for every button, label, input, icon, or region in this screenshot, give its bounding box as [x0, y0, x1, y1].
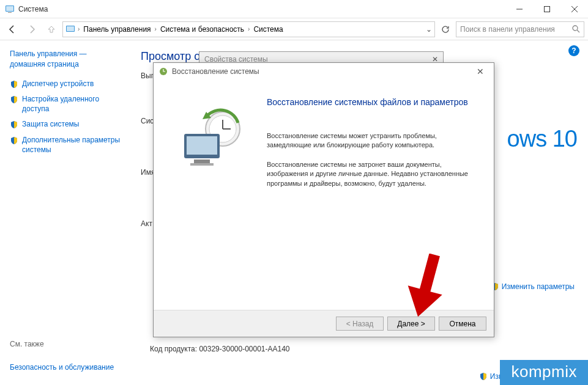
sidebar-link-label: Дополнительные параметры системы: [22, 136, 122, 155]
breadcrumb[interactable]: › Панель управления › Система и безопасн…: [62, 21, 435, 37]
system-restore-wizard: Восстановление системы ✕ Восстановление …: [153, 62, 494, 337]
forward-button[interactable]: [23, 21, 40, 38]
product-key-label: Код продукта:: [150, 345, 197, 353]
sidebar-link-label: Настройка удаленного доступа: [22, 95, 122, 114]
see-also-label: См. также: [10, 340, 44, 348]
back-button[interactable]: [4, 21, 21, 38]
navbar: › Панель управления › Система и безопасн…: [0, 18, 588, 40]
sidebar-link-label: Защита системы: [22, 120, 79, 130]
close-button[interactable]: [560, 0, 588, 18]
chevron-right-icon: ›: [248, 26, 250, 32]
svg-line-10: [577, 30, 579, 32]
control-panel-home-link[interactable]: Панель управления — домашняя страница: [10, 49, 122, 70]
shield-icon: [10, 120, 18, 129]
product-key-value: 00329-30000-00001-AA140: [199, 345, 289, 353]
window-controls: [505, 0, 588, 18]
window-title: Система: [18, 5, 505, 13]
help-icon[interactable]: ?: [568, 45, 579, 56]
security-maintenance-link[interactable]: Безопасность и обслуживание: [10, 362, 114, 373]
back-button: < Назад: [336, 317, 384, 331]
wizard-title-text: Восстановление системы: [172, 67, 259, 76]
svg-rect-2: [8, 12, 12, 13]
sidebar-link-label: Диспетчер устройств: [22, 79, 94, 89]
svg-rect-19: [194, 160, 210, 163]
monitor-icon: [65, 24, 75, 34]
svg-rect-1: [6, 6, 13, 11]
sidebar-link-device-manager[interactable]: Диспетчер устройств: [10, 79, 122, 89]
svg-point-9: [573, 26, 578, 31]
close-button[interactable]: ✕: [472, 67, 489, 76]
chevron-down-icon[interactable]: ⌄: [426, 25, 432, 34]
breadcrumb-item[interactable]: Панель управления: [82, 25, 152, 34]
windows-10-logo: ows 10: [507, 126, 577, 152]
search-input[interactable]: Поиск в панели управления: [456, 21, 584, 37]
search-icon: [572, 25, 580, 33]
svg-rect-8: [67, 26, 74, 31]
shield-icon: [10, 136, 18, 145]
restore-graphic-icon: [177, 105, 244, 172]
shield-icon: [10, 95, 18, 104]
wizard-footer: < Назад Далее > Отмена: [154, 310, 494, 337]
chevron-right-icon: ›: [78, 26, 80, 32]
wizard-paragraph: Восстановление системы может устранить п…: [267, 131, 482, 150]
cancel-button[interactable]: Отмена: [439, 317, 486, 331]
wizard-content: Восстановление системных файлов и параме…: [267, 80, 494, 310]
watermark: kompmix: [500, 360, 588, 385]
sidebar-link-advanced[interactable]: Дополнительные параметры системы: [10, 136, 122, 155]
svg-rect-4: [544, 6, 549, 12]
restore-icon: [158, 67, 168, 76]
breadcrumb-item[interactable]: Система и безопасность: [159, 25, 245, 34]
search-placeholder: Поиск в панели управления: [460, 25, 555, 34]
sidebar-link-protection[interactable]: Защита системы: [10, 120, 122, 130]
wizard-titlebar: Восстановление системы ✕: [154, 63, 494, 80]
wizard-graphic-panel: [154, 80, 267, 310]
sidebar-link-remote[interactable]: Настройка удаленного доступа: [10, 95, 122, 114]
wizard-body: Восстановление системных файлов и параме…: [154, 80, 494, 310]
titlebar: Система: [0, 0, 588, 18]
minimize-button[interactable]: [505, 0, 533, 18]
wizard-paragraph: Восстановление системы не затронет ваши …: [267, 160, 482, 188]
system-icon: [5, 4, 15, 14]
link-label: Изменить параметры: [502, 282, 575, 291]
refresh-button[interactable]: [437, 21, 453, 37]
shield-icon: [479, 372, 488, 381]
maximize-button[interactable]: [533, 0, 560, 18]
wizard-heading: Восстановление системных файлов и параме…: [267, 97, 482, 107]
product-key: Код продукта: 00329-30000-00001-AA140: [150, 345, 290, 353]
shield-icon: [10, 80, 18, 89]
chevron-right-icon: ›: [155, 26, 157, 32]
up-button[interactable]: [43, 21, 60, 38]
breadcrumb-item[interactable]: Система: [252, 25, 284, 34]
svg-rect-18: [187, 136, 217, 155]
next-button[interactable]: Далее >: [387, 317, 435, 331]
sidebar: Панель управления — домашняя страница Ди…: [0, 40, 128, 385]
svg-rect-20: [190, 163, 214, 166]
change-settings-link[interactable]: Изменить параметры: [491, 282, 575, 291]
